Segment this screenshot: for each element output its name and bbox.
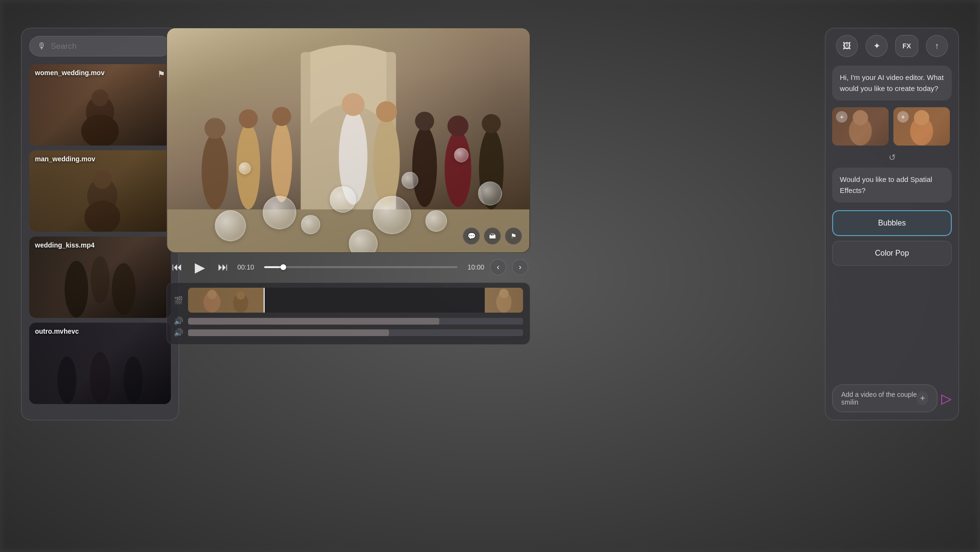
rewind-10-button[interactable]: ⏮ <box>168 259 186 276</box>
sidebar-panel: 🎙 women_wedding.mov ⚑ man <box>21 28 179 420</box>
video-list: women_wedding.mov ⚑ man_wedding.mov wedd <box>29 64 171 404</box>
chat-input-text: Add a video of the couple smilin <box>841 391 917 406</box>
svg-point-17 <box>239 109 258 128</box>
play-button[interactable]: ▶ <box>191 259 209 276</box>
share-icon: ↑ <box>935 41 939 51</box>
video-filename-4: outro.mvhevc <box>35 327 79 335</box>
svg-point-32 <box>207 290 217 299</box>
svg-point-15 <box>204 118 225 139</box>
audio-fill-2 <box>188 329 389 336</box>
audio-icon-1: 🔊 <box>174 316 183 326</box>
chat-attach-button[interactable]: + <box>917 391 928 406</box>
svg-point-34 <box>236 291 245 300</box>
media-thumb-1[interactable]: + <box>832 107 889 146</box>
clip-1-thumb <box>188 288 265 313</box>
svg-point-18 <box>271 121 292 202</box>
audio-track-row-2: 🔊 <box>174 328 523 337</box>
media-thumb-2[interactable]: + <box>893 107 950 146</box>
flag-icon[interactable]: ⚑ <box>505 227 522 245</box>
fx-label: FX <box>902 42 911 50</box>
video-item-4[interactable]: outro.mvhevc <box>29 323 171 404</box>
add-clip-1-button[interactable]: + <box>836 111 847 123</box>
panel-toolbar: 🖼 ✦ FX ↑ <box>832 35 952 57</box>
svg-point-16 <box>236 124 260 209</box>
photo-icon: 🖼 <box>843 41 851 51</box>
video-item-3[interactable]: wedding_kiss.mp4 <box>29 237 171 318</box>
color-pop-label: Color Pop <box>875 249 909 257</box>
bubbles-effect-button[interactable]: Bubbles <box>832 210 952 236</box>
refresh-button[interactable]: ↺ <box>889 152 896 163</box>
chat-input-row: Add a video of the couple smilin + ▷ <box>832 384 952 412</box>
color-pop-effect-button[interactable]: Color Pop <box>832 241 952 266</box>
search-input[interactable] <box>51 42 163 51</box>
clip-2-thumb <box>485 288 523 313</box>
video-filename-1: women_wedding.mov <box>35 69 104 77</box>
main-video-area: 💬 🏔 ⚑ ⏮ ▶ ⏭ 00:10 10:00 ‹ › 🎬 <box>167 28 530 345</box>
fx-button[interactable]: FX <box>895 35 918 57</box>
timeline-area: 🎬 <box>167 282 530 345</box>
audio-fill-1 <box>188 318 439 325</box>
timeline-cursor <box>264 288 265 313</box>
total-time: 10:00 <box>463 263 484 271</box>
video-item-1[interactable]: women_wedding.mov ⚑ <box>29 64 171 146</box>
question-text: Would you like to add Spatial Effects? <box>840 175 932 194</box>
share-button[interactable]: ↑ <box>926 35 948 57</box>
video-track-row: 🎬 <box>174 288 523 313</box>
media-row: + + <box>832 107 952 146</box>
svg-point-23 <box>376 101 397 122</box>
audio-track-row-1: 🔊 <box>174 316 523 326</box>
audio-bar-2[interactable] <box>188 329 523 336</box>
next-clip-button[interactable]: › <box>512 259 528 275</box>
bookmark-icon-1: ⚑ <box>157 69 165 79</box>
svg-point-27 <box>447 115 468 136</box>
video-overlay-controls: 💬 🏔 ⚑ <box>463 227 522 245</box>
track-gap <box>265 288 485 313</box>
svg-point-24 <box>412 126 437 207</box>
svg-rect-30 <box>188 288 265 313</box>
video-preview: 💬 🏔 ⚑ <box>167 28 530 253</box>
greeting-bubble: Hi, I'm your AI video editor. What would… <box>832 66 952 101</box>
svg-point-26 <box>445 131 471 207</box>
microphone-icon: 🎙 <box>37 41 46 51</box>
add-clip-2-button[interactable]: + <box>897 111 909 123</box>
svg-point-43 <box>914 110 929 125</box>
landscape-icon[interactable]: 🏔 <box>484 227 501 245</box>
svg-point-28 <box>479 128 504 209</box>
ai-panel: 🖼 ✦ FX ↑ Hi, I'm your AI video editor. W… <box>825 28 959 420</box>
send-icon: ▷ <box>941 391 952 406</box>
audio-bar-1[interactable] <box>188 318 523 325</box>
svg-point-19 <box>272 107 291 126</box>
photo-library-button[interactable]: 🖼 <box>836 35 858 57</box>
progress-thumb <box>280 264 286 270</box>
send-button[interactable]: ▷ <box>941 391 952 406</box>
clip-1-preview <box>188 288 265 313</box>
refresh-row: ↺ <box>832 152 952 163</box>
audio-icon-2: 🔊 <box>174 328 183 337</box>
sparkle-button[interactable]: ✦ <box>866 35 888 57</box>
sparkle-icon: ✦ <box>873 41 880 51</box>
svg-point-21 <box>342 93 365 116</box>
svg-point-29 <box>482 114 501 133</box>
speech-bubble-icon[interactable]: 💬 <box>463 227 480 245</box>
current-time: 00:10 <box>237 263 258 271</box>
svg-point-22 <box>373 116 400 207</box>
ai-question-bubble: Would you like to add Spatial Effects? <box>832 168 952 203</box>
prev-clip-button[interactable]: ‹ <box>490 259 506 275</box>
chat-input-box[interactable]: Add a video of the couple smilin + <box>832 384 937 412</box>
video-track[interactable] <box>188 288 523 313</box>
svg-point-40 <box>853 110 868 125</box>
svg-point-20 <box>339 109 368 204</box>
video-filename-2: man_wedding.mov <box>35 155 95 163</box>
svg-point-14 <box>201 133 228 209</box>
forward-10-button[interactable]: ⏭ <box>214 259 232 276</box>
film-icon: 🎬 <box>174 296 183 305</box>
clip-2-preview <box>485 288 523 313</box>
svg-point-37 <box>499 289 509 298</box>
bubbles-label: Bubbles <box>878 219 906 227</box>
greeting-text: Hi, I'm your AI video editor. What would… <box>840 73 944 92</box>
search-bar[interactable]: 🎙 <box>29 36 171 56</box>
video-content: 💬 🏔 ⚑ <box>167 28 530 252</box>
video-item-2[interactable]: man_wedding.mov <box>29 150 171 232</box>
progress-track[interactable] <box>264 266 457 268</box>
video-filename-3: wedding_kiss.mp4 <box>35 241 94 249</box>
